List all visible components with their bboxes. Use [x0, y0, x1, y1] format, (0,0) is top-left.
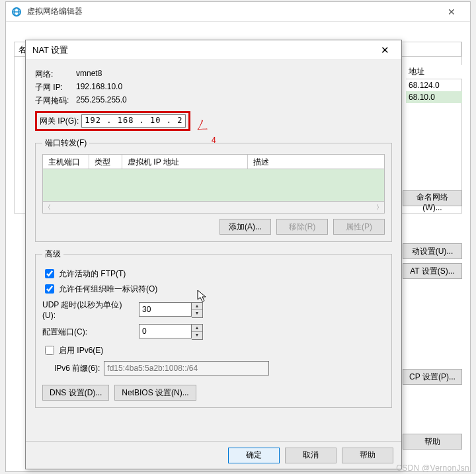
dns-settings-button[interactable]: DNS 设置(D)...: [42, 385, 109, 401]
properties-button: 属性(P): [333, 219, 385, 235]
dialog-body: 网络: vmnet8 子网 IP: 192.168.10.0 子网掩码: 255…: [26, 60, 401, 441]
advanced-buttons: DNS 设置(D)... NetBIOS 设置(N)...: [42, 385, 385, 401]
gateway-row-highlighted: 网关 IP(G): 192 . 168 . 10 . 2: [35, 111, 190, 131]
network-row: 网络: vmnet8: [35, 69, 392, 80]
spin-up-icon[interactable]: ▲: [192, 325, 202, 332]
config-port-row: 配置端口(C): ▲▼: [42, 324, 385, 340]
advanced-group: 高级 允许活动的 FTP(T) 允许任何组织唯一标识符(O) UDP 超时(以秒…: [35, 249, 392, 408]
parent-titlebar: 虚拟网络编辑器 ✕: [6, 2, 470, 22]
col-host-port: 主机端口: [43, 155, 89, 169]
spin-down-icon[interactable]: ▼: [192, 310, 202, 317]
grid-addr-column: 地址 68.124.0 68.10.0: [406, 65, 462, 103]
ipv6-label: 启用 IPv6(E): [59, 345, 103, 356]
ftp-checkbox-row[interactable]: 允许活动的 FTP(T): [42, 267, 385, 280]
ftp-checkbox[interactable]: [45, 269, 54, 278]
config-port-input[interactable]: [139, 324, 192, 338]
col-type: 类型: [89, 155, 122, 169]
spin-up-icon[interactable]: ▲: [192, 303, 202, 310]
ipv6-prefix-label: IPv6 前缀(6):: [54, 363, 100, 374]
grid-row-addr-1: 68.10.0: [406, 91, 462, 103]
netbios-settings-button[interactable]: NetBIOS 设置(N)...: [114, 385, 196, 401]
scroll-right-icon[interactable]: 〉: [376, 203, 383, 212]
add-button[interactable]: 添加(A)...: [219, 219, 271, 235]
mask-row: 子网掩码: 255.255.255.0: [35, 95, 392, 106]
gateway-label: 网关 IP(G):: [40, 116, 79, 127]
mask-label: 子网掩码:: [35, 95, 76, 106]
dialog-footer: 确定 取消 帮助: [26, 441, 401, 469]
subnet-row: 子网 IP: 192.168.10.0: [35, 82, 392, 93]
config-port-spinner[interactable]: ▲▼: [139, 324, 203, 340]
advanced-legend: 高级: [42, 249, 63, 260]
port-forward-table: 主机端口 类型 虚拟机 IP 地址 描述 〈〉: [42, 154, 385, 214]
udp-timeout-label: UDP 超时(以秒为单位)(U):: [42, 299, 135, 320]
port-forward-scrollbar[interactable]: 〈〉: [43, 201, 384, 213]
parent-help-button[interactable]: 帮助: [403, 434, 462, 450]
parent-button-group-1: 命名网络(W)...: [403, 190, 462, 206]
remove-button: 移除(R): [276, 219, 328, 235]
app-logo-icon: [11, 7, 22, 17]
grid-col-addr: 地址: [406, 65, 462, 79]
rename-network-button[interactable]: 命名网络(W)...: [403, 190, 462, 206]
parent-button-group-2: 动设置(U)... AT 设置(S)...: [403, 243, 462, 279]
udp-spin-buttons[interactable]: ▲▼: [192, 302, 203, 318]
config-port-label: 配置端口(C):: [42, 327, 135, 338]
ipv6-checkbox[interactable]: [45, 346, 54, 355]
oui-checkbox[interactable]: [45, 284, 54, 294]
port-forward-buttons: 添加(A)... 移除(R) 属性(P): [42, 219, 385, 235]
watermark: CSDN @VernonJsn: [396, 463, 469, 473]
parent-close-button[interactable]: ✕: [438, 2, 465, 22]
network-label: 网络:: [35, 69, 76, 80]
udp-timeout-spinner[interactable]: ▲▼: [139, 302, 203, 318]
oui-checkbox-row[interactable]: 允许任何组织唯一标识符(O): [42, 282, 385, 296]
port-forward-legend: 端口转发(F): [42, 138, 89, 149]
oui-label: 允许任何组织唯一标识符(O): [59, 284, 157, 295]
udp-timeout-row: UDP 超时(以秒为单位)(U): ▲▼: [42, 299, 385, 320]
mask-value: 255.255.255.0: [76, 95, 127, 106]
nat-settings-dialog: NAT 设置 ✕ 网络: vmnet8 子网 IP: 192.168.10.0 …: [25, 40, 402, 469]
parent-button-group-3: CP 设置(P)...: [403, 369, 462, 385]
auto-settings-button[interactable]: 动设置(U)...: [403, 243, 462, 259]
subnet-value: 192.168.10.0: [76, 82, 122, 93]
network-value: vmnet8: [76, 69, 102, 80]
spin-down-icon[interactable]: ▼: [192, 332, 202, 339]
ipv6-prefix-input: [104, 361, 269, 375]
port-forward-group: 端口转发(F) 主机端口 类型 虚拟机 IP 地址 描述 〈〉 添加(A)...…: [35, 138, 392, 242]
cancel-button[interactable]: 取消: [285, 448, 337, 463]
cfgport-spin-buttons[interactable]: ▲▼: [192, 324, 203, 340]
ftp-label: 允许活动的 FTP(T): [59, 268, 126, 280]
subnet-label: 子网 IP:: [35, 82, 76, 93]
ipv6-prefix-row: IPv6 前缀(6):: [54, 361, 385, 375]
ipv6-checkbox-row[interactable]: 启用 IPv6(E): [42, 344, 385, 357]
dialog-help-button[interactable]: 帮助: [342, 448, 393, 463]
parent-window-title: 虚拟网络编辑器: [27, 6, 438, 17]
nat-settings-button[interactable]: AT 设置(S)...: [403, 263, 462, 279]
port-forward-header: 主机端口 类型 虚拟机 IP 地址 描述: [43, 155, 384, 169]
dialog-titlebar: NAT 设置 ✕: [26, 40, 401, 60]
grid-row-addr-0: 68.124.0: [406, 79, 462, 91]
col-desc: 描述: [248, 155, 384, 169]
col-vm-ip: 虚拟机 IP 地址: [122, 155, 248, 169]
gateway-ip-input[interactable]: 192 . 168 . 10 . 2: [81, 114, 186, 128]
dialog-title: NAT 设置: [32, 44, 375, 56]
dialog-close-button[interactable]: ✕: [375, 40, 395, 60]
port-forward-empty: [43, 169, 384, 201]
udp-timeout-input[interactable]: [139, 302, 192, 317]
dhcp-settings-button[interactable]: CP 设置(P)...: [403, 369, 462, 385]
ok-button[interactable]: 确定: [228, 448, 280, 463]
scroll-left-icon[interactable]: 〈: [44, 203, 51, 212]
